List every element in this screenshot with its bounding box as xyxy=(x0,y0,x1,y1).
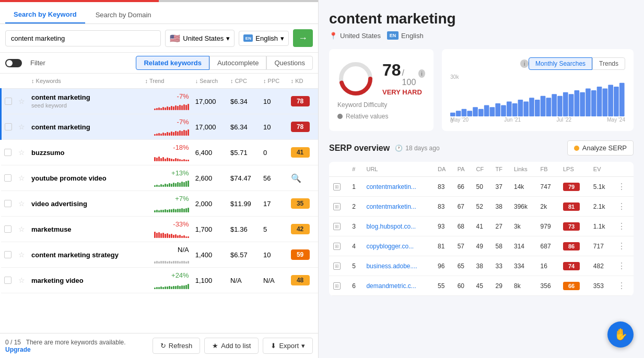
add-to-list-button[interactable]: ★ Add to list xyxy=(204,338,259,354)
serp-url-link[interactable]: copyblogger.co... xyxy=(366,243,414,250)
svg-rect-2 xyxy=(450,113,455,116)
col-search[interactable]: ↓ Search xyxy=(192,74,227,89)
toggle-dot xyxy=(6,60,13,66)
tab-trends[interactable]: Trends xyxy=(592,57,625,70)
refresh-button[interactable]: ↻ Refresh xyxy=(153,338,201,354)
tab-monthly-searches[interactable]: Monthly Searches xyxy=(529,57,592,70)
col-kd[interactable]: ↕ KD xyxy=(288,74,318,89)
analyze-label: Analyze SERP xyxy=(582,144,627,152)
chevron-down-icon-lang: ▾ xyxy=(280,34,284,42)
svg-rect-29 xyxy=(603,89,608,116)
keyword-difficulty-text: Keyword Difficulty xyxy=(337,101,387,109)
serp-section-header: SERP overview 🕐 18 days ago Analyze SERP xyxy=(329,140,634,156)
row-checkbox-1[interactable] xyxy=(5,98,12,105)
row-checkbox-8[interactable] xyxy=(4,277,11,284)
analyze-serp-button[interactable]: Analyze SERP xyxy=(567,140,634,156)
col-keywords[interactable]: ↕ Keywords xyxy=(28,74,142,89)
trend-pct: -7% xyxy=(177,118,189,126)
row-star-5[interactable]: ☆ xyxy=(18,199,25,208)
col-url: URL xyxy=(362,162,434,177)
serp-url-link[interactable]: contentmarketin... xyxy=(366,203,416,210)
ppc-value: 10 xyxy=(260,89,288,114)
chart-svg xyxy=(450,80,625,116)
expand-icon[interactable]: ⊞ xyxy=(333,243,341,250)
more-options-button[interactable]: ⋮ xyxy=(617,202,626,211)
serp-links: 14k xyxy=(510,177,536,197)
svg-rect-10 xyxy=(496,103,501,116)
row-star-6[interactable]: ☆ xyxy=(18,225,25,233)
serp-url-link[interactable]: contentmarketin... xyxy=(366,183,416,190)
chart-y-bottom: 0 xyxy=(450,118,625,124)
chart-info-icon[interactable]: i xyxy=(520,59,529,68)
chat-bubble[interactable]: ✋ xyxy=(607,321,634,348)
tab-autocomplete[interactable]: Autocomplete xyxy=(209,56,267,70)
expand-icon[interactable]: ⊞ xyxy=(333,223,341,230)
trend-bars xyxy=(154,126,189,136)
chart-area: 30k 0 xyxy=(450,74,625,116)
more-options-button[interactable]: ⋮ xyxy=(617,242,626,250)
row-star-7[interactable]: ☆ xyxy=(18,250,25,259)
kd-cell: 59 xyxy=(288,242,318,268)
serp-fb: 356 xyxy=(536,276,559,296)
search-input[interactable] xyxy=(5,30,161,46)
lps-badge: 81 xyxy=(563,202,580,211)
col-cpc[interactable]: ↕ CPC xyxy=(227,74,260,89)
relative-values-label: Relative values xyxy=(346,113,388,120)
row-star-3[interactable]: ☆ xyxy=(18,148,25,157)
cpc-value: $6.57 xyxy=(227,242,260,268)
serp-da: 96 xyxy=(434,256,453,276)
serp-cf: 38 xyxy=(472,256,491,276)
svg-rect-16 xyxy=(529,98,534,116)
row-checkbox-7[interactable] xyxy=(4,251,11,258)
row-star-1[interactable]: ☆ xyxy=(18,97,25,105)
svg-rect-4 xyxy=(462,109,467,116)
go-button[interactable]: → xyxy=(293,29,313,47)
expand-icon[interactable]: ⊞ xyxy=(333,203,341,210)
tab-questions[interactable]: Questions xyxy=(266,56,313,70)
serp-ev: 482 xyxy=(589,256,614,276)
tab-related-keywords[interactable]: Related keywords xyxy=(136,56,209,70)
upgrade-link[interactable]: Upgrade xyxy=(5,346,31,353)
count-info: 0 / 15 There are more keywords available… xyxy=(5,339,148,353)
tab-search-by-keyword[interactable]: Search by Keyword xyxy=(5,6,85,23)
svg-rect-24 xyxy=(575,90,580,116)
col-ppc[interactable]: ↕ PPC xyxy=(260,74,288,89)
more-options-button[interactable]: ⋮ xyxy=(617,261,626,270)
info-icon[interactable]: i xyxy=(418,69,425,78)
row-star-2[interactable]: ☆ xyxy=(18,123,25,131)
more-options-button[interactable]: ⋮ xyxy=(617,182,626,191)
row-checkbox-6[interactable] xyxy=(4,225,11,233)
language-select[interactable]: EN English ▾ xyxy=(239,31,289,46)
serp-da: 81 xyxy=(434,236,453,256)
row-checkbox-3[interactable] xyxy=(4,149,11,156)
keyword-meta: 📍 United States EN English xyxy=(329,31,634,40)
serp-da: 83 xyxy=(434,197,453,217)
expand-icon[interactable]: ⊞ xyxy=(333,282,341,290)
more-options-button[interactable]: ⋮ xyxy=(617,222,626,231)
col-trend[interactable]: ↕ Trend xyxy=(142,74,192,89)
export-button[interactable]: ⬇ Export ▾ xyxy=(263,338,313,354)
expand-icon[interactable]: ⊞ xyxy=(333,262,341,270)
lps-badge: 79 xyxy=(563,183,580,191)
serp-url-link[interactable]: blog.hubspot.co... xyxy=(366,223,416,230)
trend-pct: +7% xyxy=(175,195,189,202)
row-checkbox-4[interactable] xyxy=(4,174,11,182)
more-options-button[interactable]: ⋮ xyxy=(617,281,626,290)
serp-rank: 3 xyxy=(348,217,362,236)
row-star-8[interactable]: ☆ xyxy=(18,276,25,284)
row-checkbox-5[interactable] xyxy=(4,200,11,207)
expand-icon[interactable]: ⊞ xyxy=(333,183,341,190)
svg-rect-5 xyxy=(467,111,473,116)
serp-url-link[interactable]: business.adobe.... xyxy=(366,262,417,270)
cpc-value: $6.34 xyxy=(227,114,260,140)
filter-button[interactable]: Filter xyxy=(27,58,49,68)
tab-search-by-domain[interactable]: Search by Domain xyxy=(87,6,160,23)
row-star-4[interactable]: ☆ xyxy=(18,174,25,182)
serp-row: ⊞ 5 business.adobe.... 96 65 38 33 334 1… xyxy=(329,256,634,276)
cpc-value: $6.34 xyxy=(227,89,260,114)
serp-url-link[interactable]: demandmetric.c... xyxy=(366,282,416,290)
row-checkbox-2[interactable] xyxy=(5,123,12,130)
filter-toggle[interactable] xyxy=(5,59,22,67)
country-select[interactable]: 🇺🇸 United States ▾ xyxy=(165,30,235,47)
table-row: ☆ marketing video +24% 1,100 N/A N/A 48 xyxy=(1,268,319,293)
